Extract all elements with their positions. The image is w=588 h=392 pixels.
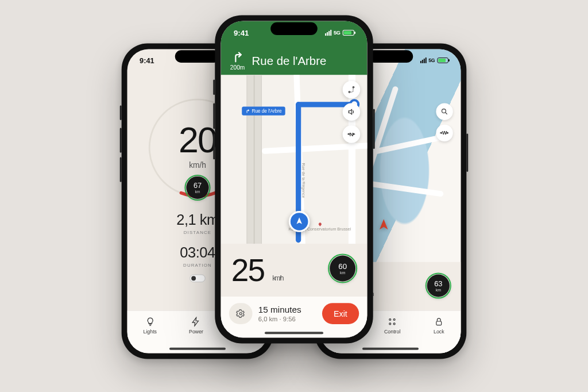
range-badge[interactable]: 67 km	[186, 176, 208, 199]
signal-icon	[325, 30, 331, 36]
signal-icon	[420, 57, 427, 63]
range-unit: km	[340, 271, 346, 275]
grid-icon	[387, 317, 397, 327]
search-icon	[440, 107, 448, 116]
turn-right-mini-icon	[245, 109, 250, 113]
tab-control[interactable]: Control	[384, 317, 400, 335]
range-unit: km	[436, 287, 441, 291]
svg-point-8	[389, 323, 391, 325]
eta-detail: 6,0 km · 9:56	[258, 315, 316, 323]
compass-button[interactable]: ◂N▸	[343, 125, 361, 143]
product-showcase: 9:41 5G 20 km/h 67 km 2,1	[0, 0, 588, 392]
tab-power[interactable]: Power	[189, 317, 203, 335]
settings-button[interactable]	[229, 303, 253, 324]
range-unit: km	[195, 190, 200, 194]
home-indicator[interactable]	[265, 332, 323, 334]
gear-icon	[236, 309, 245, 318]
network-label: 5G	[334, 30, 341, 36]
compass-button[interactable]: ◂W▸	[436, 125, 452, 141]
lock-icon	[434, 317, 444, 327]
status-time: 9:41	[140, 56, 154, 65]
battery-icon	[343, 30, 354, 36]
map-street-label: Rue de la Régence	[301, 163, 305, 198]
svg-point-13	[239, 313, 242, 315]
svg-point-6	[389, 319, 391, 321]
route-street-label: Rue de l'Arbre	[242, 107, 285, 116]
home-indicator[interactable]	[169, 348, 226, 350]
range-value: 60	[338, 262, 347, 270]
tab-lights[interactable]: Lights	[143, 317, 157, 335]
range-value: 63	[434, 280, 442, 287]
location-cursor	[289, 211, 310, 232]
svg-point-9	[393, 323, 395, 325]
speed-unit: km/h	[272, 274, 283, 282]
page-indicator[interactable]	[189, 274, 205, 282]
range-badge[interactable]: 60 km	[330, 256, 355, 282]
route-icon	[347, 86, 355, 94]
phone-center: 9:41 5G 200m Rue de l'Arbre	[215, 15, 373, 343]
exit-button[interactable]: Exit	[322, 303, 359, 324]
search-button[interactable]	[436, 103, 452, 120]
tab-lock[interactable]: Lock	[434, 317, 444, 335]
svg-point-12	[353, 87, 354, 88]
dynamic-island	[368, 50, 413, 63]
navigation-map[interactable]: Rue de l'Arbre Rue de la Régence Koninkl…	[221, 75, 368, 244]
home-indicator[interactable]	[362, 348, 419, 350]
svg-point-5	[442, 109, 446, 113]
svg-point-7	[393, 319, 395, 321]
lightbulb-icon	[145, 317, 155, 327]
eta-duration: 15 minutes	[258, 304, 316, 315]
turn-right-icon	[231, 51, 243, 64]
range-badge[interactable]: 63 km	[427, 274, 450, 297]
turn-street: Rue de l'Arbre	[252, 54, 327, 67]
range-value: 67	[194, 182, 202, 189]
alt-route-button[interactable]	[343, 81, 361, 99]
status-time: 9:41	[234, 28, 249, 37]
speaker-icon	[347, 108, 355, 116]
speed-value: 25	[231, 252, 264, 287]
dynamic-island	[175, 50, 220, 63]
battery-icon	[437, 57, 448, 63]
network-label: 5G	[428, 57, 435, 63]
svg-rect-10	[436, 321, 442, 325]
sound-button[interactable]	[343, 103, 361, 121]
turn-distance: 200m	[230, 65, 245, 71]
eta-info[interactable]: 15 minutes 6,0 km · 9:56	[258, 304, 316, 323]
svg-point-11	[349, 91, 350, 93]
bolt-icon	[191, 317, 202, 327]
location-cursor	[377, 218, 390, 232]
dynamic-island	[270, 22, 318, 35]
